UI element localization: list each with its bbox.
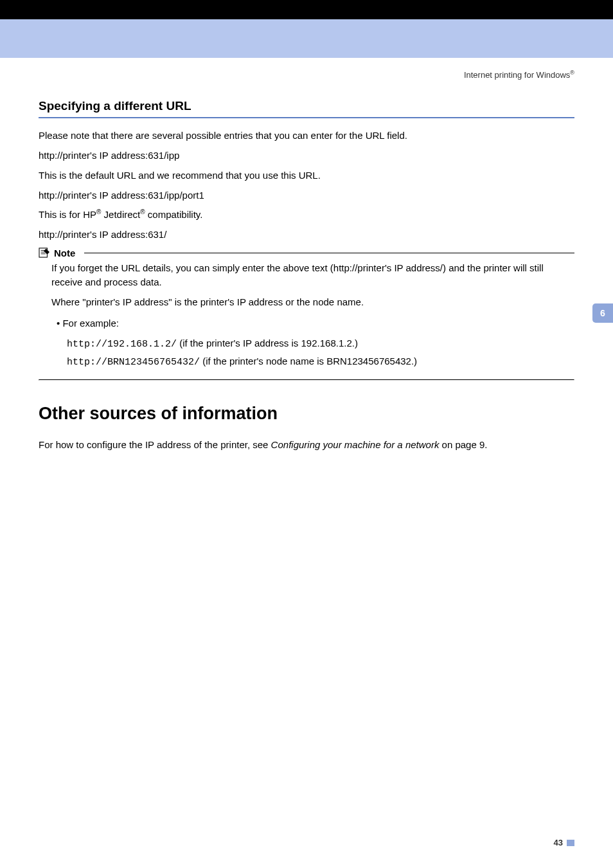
header-text: Internet printing for Windows [464,70,570,80]
ex1-code: http://192.168.1.2/ [67,339,177,350]
compat-post: compatibility. [145,209,203,220]
page-content: Internet printing for Windows® Specifyin… [0,58,613,452]
url-2: http://printer's IP address:631/ipp/port… [39,188,574,203]
chapter-number: 6 [600,308,605,318]
note-p2: Where "printer's IP address" is the prin… [51,295,574,309]
footer-mark-icon [567,840,574,846]
other-pre: For how to configure the IP address of t… [39,439,271,450]
ex2-tail: (if the printer's node name is BRN123456… [200,356,417,366]
other-info-para: For how to configure the IP address of t… [39,438,574,452]
top-blue-bar [0,19,613,58]
other-info-heading: Other sources of information [39,404,574,424]
note-icon [39,248,50,258]
ex2-code: http://BRN123456765432/ [67,357,200,368]
page-footer: 43 [554,838,574,847]
url-3: http://printer's IP address:631/ [39,228,574,242]
header-sup: ® [570,69,574,76]
note-rule-top [84,253,574,253]
page-number: 43 [554,838,563,847]
url-1-desc: This is the default URL and we recommend… [39,168,574,183]
url-1: http://printer's IP address:631/ipp [39,149,574,163]
note-p1: If you forget the URL details, you can s… [51,261,574,289]
running-header: Internet printing for Windows® [39,69,574,80]
top-black-bar [0,0,613,19]
note-body: If you forget the URL details, you can s… [39,261,574,377]
hp-pre: This is for HP [39,209,96,220]
example-2: http://BRN123456765432/ (if the printer'… [51,353,574,371]
note-rule-bottom [39,379,574,381]
example-1: http://192.168.1.2/ (if the printer's IP… [51,335,574,353]
other-xref[interactable]: Configuring your machine for a network [271,439,440,450]
other-post: on page 9. [439,439,487,450]
chapter-tab: 6 [592,303,613,323]
section-heading-rule [39,117,574,118]
note-label: Note [54,248,75,258]
url-2-desc: This is for HP® Jetdirect® compatibility… [39,208,574,222]
section-heading: Specifying a different URL [39,99,574,113]
ex1-tail: (if the printer's IP address is 192.168.… [177,338,358,348]
jd-mid: Jetdirect [101,209,140,220]
note-bullet: For example: [51,316,574,331]
para-intro: Please note that there are several possi… [39,129,574,143]
jd-sup: ® [140,208,145,215]
note-header: Note [39,248,574,258]
